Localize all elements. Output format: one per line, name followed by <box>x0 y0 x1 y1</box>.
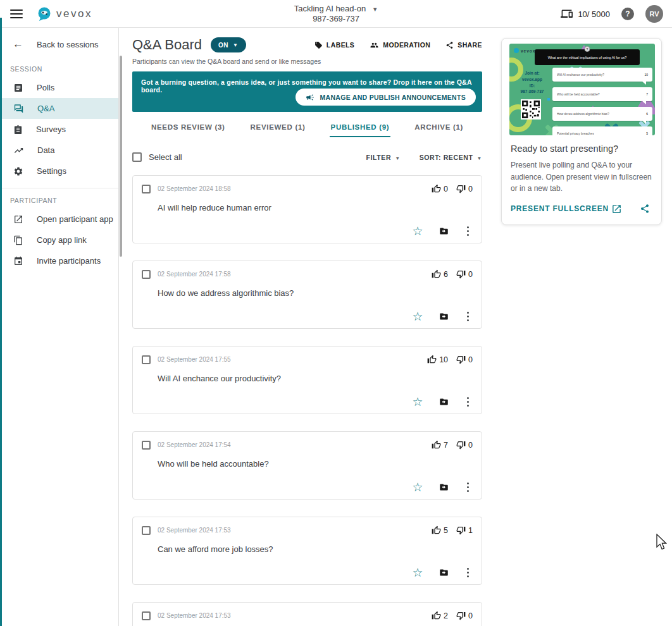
preview-bubble-likes: 6 <box>646 112 648 116</box>
main-scrollbar[interactable] <box>120 56 122 257</box>
tab-archive[interactable]: ARCHIVE (1) <box>413 120 464 137</box>
vevox-logo: vevox <box>37 6 92 21</box>
move-to-folder-button[interactable] <box>439 482 449 492</box>
like-count: 7 <box>432 440 448 450</box>
star-message-button[interactable]: ☆ <box>412 567 423 579</box>
open-new-tab-icon[interactable] <box>611 204 622 214</box>
message-checkbox[interactable] <box>142 355 151 364</box>
label-icon <box>314 41 323 49</box>
star-message-button[interactable]: ☆ <box>412 481 423 493</box>
sidebar-item-label: Data <box>37 145 54 155</box>
help-button[interactable]: ? <box>621 8 634 20</box>
message-checkbox[interactable] <box>142 185 151 193</box>
preview-question-bubble: Who will be held accountable? 7 <box>552 87 652 101</box>
thumb-up-icon <box>432 184 441 193</box>
thumb-down-icon <box>456 355 466 364</box>
dislike-count: 0 <box>456 269 473 279</box>
message-timestamp: 02 September 2024 17:55 <box>158 356 231 363</box>
tab-published[interactable]: PUBLISHED (9) <box>330 120 391 137</box>
devices-icon <box>561 9 573 19</box>
message-checkbox[interactable] <box>142 270 151 279</box>
sort-button[interactable]: SORT: RECENT▼ <box>420 154 482 161</box>
vevox-logo-icon <box>514 48 519 53</box>
chevron-down-icon: ▼ <box>233 42 238 48</box>
thumb-up-icon <box>432 611 441 620</box>
qa-on-toggle[interactable]: ON▼ <box>211 37 246 52</box>
share-icon <box>445 41 454 49</box>
message-checkbox[interactable] <box>142 526 151 535</box>
sidebar-item-data[interactable]: Data <box>0 140 118 161</box>
sidebar-item-open-participant-app[interactable]: Open participant app <box>0 209 118 230</box>
like-count: 5 <box>432 525 448 535</box>
dislike-count: 0 <box>456 440 473 450</box>
session-id: 987-369-737 <box>294 14 378 23</box>
filter-button[interactable]: FILTER▼ <box>366 154 401 161</box>
star-message-button[interactable]: ☆ <box>412 225 423 237</box>
present-fullscreen-button[interactable]: PRESENT FULLSCREEN <box>511 204 609 213</box>
move-to-folder-button[interactable] <box>439 568 449 577</box>
dislike-count: 0 <box>456 184 473 193</box>
sidebar-item-surveys[interactable]: Surveys <box>0 119 118 140</box>
message-menu-button[interactable] <box>464 567 472 579</box>
page-subtitle: Participants can view the Q&A board and … <box>132 58 482 65</box>
share-button[interactable]: SHARE <box>445 41 482 49</box>
labels-button[interactable]: LABELS <box>314 41 354 49</box>
preview-question-bubble: Will AI enchance our productivity? 10 <box>552 68 652 82</box>
hamburger-menu-icon[interactable] <box>10 9 23 18</box>
sidebar-item-copy-app-link[interactable]: Copy app link <box>0 230 118 250</box>
move-to-folder-button[interactable] <box>439 397 449 407</box>
select-all-checkbox[interactable] <box>132 152 142 162</box>
sidebar-item-settings[interactable]: Settings <box>0 161 118 181</box>
preview-question-bubble: How do we address algorithmic bias? 6 <box>552 107 652 121</box>
present-panel-description: Present live polling and Q&A to your aud… <box>509 159 654 195</box>
back-to-sessions-button[interactable]: ← Back to sessions <box>0 32 118 57</box>
folder-move-icon <box>439 226 449 236</box>
message-text: Will AI enchance our productivity? <box>158 374 473 383</box>
message-timestamp: 02 September 2024 17:58 <box>158 271 231 278</box>
message-timestamp: 02 September 2024 17:53 <box>158 612 231 619</box>
present-preview-image[interactable]: vevox ? What are the ethical implication… <box>509 44 655 135</box>
polls-icon <box>13 83 23 93</box>
present-panel-heading: Ready to start presenting? <box>509 144 654 154</box>
session-switcher[interactable]: Tackling AI head-on▼ 987-369-737 <box>294 4 378 23</box>
message-menu-button[interactable] <box>464 396 472 408</box>
manage-announcements-button[interactable]: MANAGE AND PUBLISH ANNOUNCEMENTS <box>296 89 476 106</box>
sidebar-item-label: Copy app link <box>37 235 87 245</box>
star-message-button[interactable]: ☆ <box>412 396 423 408</box>
chevron-down-icon: ▼ <box>395 156 401 161</box>
message-checkbox[interactable] <box>142 611 151 620</box>
share-present-icon[interactable] <box>640 204 650 214</box>
thumb-down-icon <box>456 184 466 193</box>
avatar[interactable]: RV <box>645 5 663 23</box>
preview-bubble-likes: 7 <box>646 92 648 96</box>
folder-move-icon <box>439 312 449 321</box>
sidebar-item-polls[interactable]: Polls <box>0 77 118 98</box>
message-timestamp: 02 September 2024 17:53 <box>158 527 231 534</box>
qa-banner: Got a burning question, a genius idea, o… <box>132 71 482 112</box>
message-checkbox[interactable] <box>142 441 151 450</box>
message-menu-button[interactable] <box>464 225 472 238</box>
moderation-button[interactable]: MODERATION <box>370 41 430 49</box>
move-to-folder-button[interactable] <box>439 226 449 236</box>
select-all-control[interactable]: Select all <box>132 152 182 162</box>
sidebar: ← Back to sessions SESSION Polls Q&A Sur… <box>0 28 119 626</box>
move-to-folder-button[interactable] <box>439 312 449 321</box>
open-external-icon <box>13 214 23 224</box>
preview-question-bar: ? What are the ethical implications of u… <box>535 49 640 65</box>
sidebar-item-qa[interactable]: Q&A <box>0 98 118 119</box>
tab-reviewed[interactable]: REVIEWED (1) <box>249 120 307 137</box>
thumb-up-icon <box>432 440 441 450</box>
sidebar-item-invite-participants[interactable]: Invite participants <box>0 250 118 271</box>
preview-join-info: Join at: vevox.app ID: 987-369-737 <box>512 70 552 95</box>
message-menu-button[interactable] <box>464 481 472 494</box>
star-message-button[interactable]: ☆ <box>412 310 423 322</box>
dislike-count: 1 <box>456 525 473 535</box>
vevox-wordmark: vevox <box>56 8 92 20</box>
back-arrow-icon: ← <box>13 38 23 51</box>
folder-move-icon <box>439 397 449 407</box>
tab-needs-review[interactable]: NEEDS REVIEW (3) <box>150 120 227 137</box>
message-text: Who will be held accountable? <box>158 459 473 469</box>
thumb-up-icon <box>432 269 441 279</box>
message-menu-button[interactable] <box>464 310 472 323</box>
page-title: Q&A Board <box>132 37 202 53</box>
